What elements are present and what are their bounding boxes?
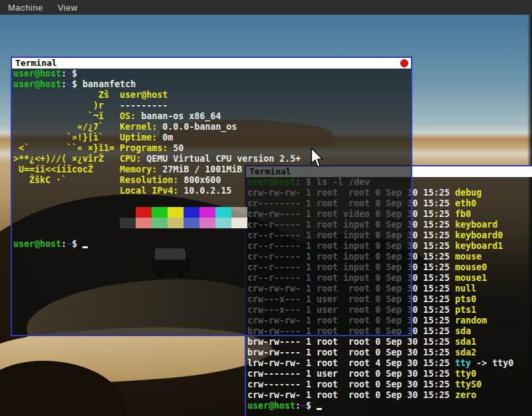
palette-swatch xyxy=(136,207,152,218)
text-cursor xyxy=(317,401,322,410)
ls-row: brw-rw---- 1 root root 0 Sep 30 15:25 sd… xyxy=(247,347,532,358)
palette-swatch xyxy=(136,218,152,228)
palette-swatch xyxy=(168,207,184,218)
fetch-line: U==íï<<ííîcocŽ Memory: 27MiB / 1001MiB xyxy=(13,164,411,175)
fetch-line: Zš user@host xyxy=(13,90,411,101)
palette-swatch xyxy=(231,207,247,218)
palette-swatch xyxy=(184,207,200,218)
screen: Machine View Terminal user@host:~$ ls -l… xyxy=(0,0,532,416)
fetch-line: )r --------- xyxy=(13,101,411,111)
palette-swatch xyxy=(200,207,215,218)
terminal1-titlebar[interactable]: Terminal xyxy=(12,58,411,69)
fetch-line: Local IPv4: 10.0.2.15 xyxy=(13,186,411,196)
prompt-line: user@host:~$ xyxy=(13,239,411,250)
ls-row: crw-rw-rw- 1 root root 0 Sep 30 15:25 ze… xyxy=(247,390,532,401)
palette-swatch xyxy=(120,218,136,228)
fetch-line: `»!}[ì` Uptime: 0m xyxy=(13,132,411,143)
ls-row: brw-rw---- 1 root root 0 Sep 30 15:25 sd… xyxy=(247,337,532,347)
palette-swatch xyxy=(215,218,231,228)
palette-swatch xyxy=(200,218,215,228)
palette-swatch xyxy=(184,218,200,228)
palette-swatch xyxy=(152,207,168,218)
terminal1-title: Terminal xyxy=(15,58,57,68)
close-icon[interactable] xyxy=(400,59,408,67)
color-palette-row xyxy=(13,207,411,218)
palette-swatch xyxy=(168,218,184,228)
fetch-line: ŽškC ·` Resolution: 800x600 xyxy=(13,175,411,186)
palette-swatch xyxy=(120,207,136,218)
palette-swatch xyxy=(231,218,247,228)
palette-swatch xyxy=(152,218,168,228)
terminal-window-front: Terminal user@host:~$ user@host:~$ banan… xyxy=(11,57,412,336)
fetch-line: «∕¿7` Kernel: 0.0.0-banan_os xyxy=(13,122,411,132)
blank-line xyxy=(13,196,411,207)
ls-row: lrw-rw-rw- 1 root root 4 Sep 30 15:25 tt… xyxy=(247,358,532,369)
ls-row: crw------- 1 root root 0 Sep 30 15:25 tt… xyxy=(247,379,532,390)
mouse-cursor xyxy=(311,148,324,168)
terminal1-output[interactable]: user@host:~$ user@host:~$ bananfetch Zš … xyxy=(12,69,411,335)
prompt-line: user@host:~$ xyxy=(13,69,411,79)
menu-view[interactable]: View xyxy=(58,3,78,13)
ls-row: crw------- 1 user root 0 Sep 30 15:25 tt… xyxy=(247,369,532,379)
fetch-line: `¬ï OS: banan-os x86_64 xyxy=(13,111,411,122)
menu-machine[interactable]: Machine xyxy=(8,3,43,13)
command-line: user@host:~$ bananfetch xyxy=(13,79,411,90)
blank-line xyxy=(13,228,411,239)
prompt-line: user@host:~$ xyxy=(247,401,532,411)
color-palette-row xyxy=(13,218,411,228)
fetch-line: <` ``« ×}ï1= Programs: 50 xyxy=(13,143,411,154)
menu-bar: Machine View xyxy=(0,0,532,15)
text-cursor xyxy=(82,239,88,248)
palette-swatch xyxy=(215,207,231,218)
fetch-line: >**¿<+)∕∕( ×¿vîrŽ CPU: QEMU Virtual CPU … xyxy=(13,154,411,164)
